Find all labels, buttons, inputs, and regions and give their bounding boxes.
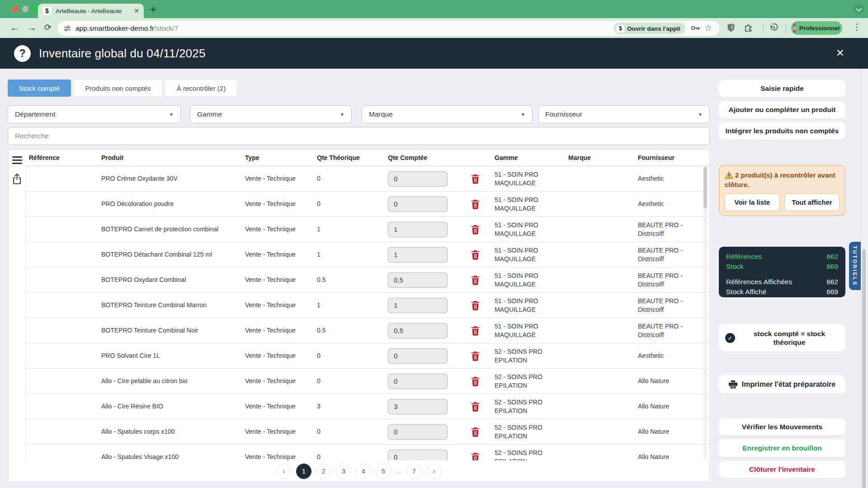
stat-references-affichees: Références Affichées662: [726, 277, 838, 287]
qte-comptee-input[interactable]: [388, 247, 448, 263]
pagination-page-7[interactable]: 7: [406, 464, 422, 479]
trash-icon[interactable]: [471, 199, 480, 209]
table-left-rail: [9, 150, 26, 482]
profile-button[interactable]: a Professionnel: [791, 21, 842, 35]
window-zoom-button[interactable]: [32, 6, 38, 12]
trash-icon[interactable]: [471, 300, 480, 310]
qte-comptee-input[interactable]: [388, 222, 448, 237]
cell-fournisseur: Allo Nature: [634, 427, 710, 436]
cell-qte-theorique: 0.5: [313, 326, 384, 335]
cell-gamme: 51 - SOIN PRO MAQUILLAGE: [491, 170, 565, 188]
qte-comptee-input[interactable]: [388, 424, 448, 440]
tab-close-icon[interactable]: ✕: [134, 7, 139, 14]
see-list-button[interactable]: Voir la liste: [725, 193, 780, 211]
table-row: BOTEPRO Teinture Combinal Marron Vente -…: [25, 293, 710, 318]
filter-departement[interactable]: Département▼: [8, 105, 181, 123]
tab-search-button[interactable]: [854, 4, 864, 14]
cell-type: Vente - Technique: [241, 250, 313, 259]
cell-gamme: 52 - SOINS PRO EPILATION: [491, 373, 565, 390]
qte-comptee-input[interactable]: [388, 374, 448, 389]
pagination-page-1[interactable]: 1: [296, 464, 311, 479]
column-qte-comptee: Qte Comptée: [384, 154, 459, 161]
table-body: PRO Crème Oxydante 30V Vente - Technique…: [25, 166, 710, 470]
qte-comptee-input[interactable]: [388, 272, 448, 288]
column-produit: Produit: [98, 154, 241, 161]
qte-comptee-input[interactable]: [388, 348, 448, 364]
pagination-page-2[interactable]: 2: [316, 464, 331, 479]
search-input[interactable]: [8, 127, 710, 145]
trash-icon[interactable]: [471, 351, 480, 361]
trash-icon[interactable]: [471, 402, 480, 412]
browser-tabstrip: $ ArteBeaute - ArteBeaute ✕ +: [0, 0, 868, 18]
qte-comptee-input[interactable]: [388, 197, 448, 212]
pagination-page-4[interactable]: 4: [356, 464, 371, 479]
recheck-warning-box: 2 produit(s) à recontrôler avant clôture…: [719, 165, 845, 216]
history-icon[interactable]: [769, 23, 778, 34]
verify-movements-button[interactable]: Vérifier les Mouvements: [719, 418, 845, 436]
pagination-prev-button[interactable]: ‹: [276, 464, 292, 479]
table-row: Allo - Spatules corps x100 Vente - Techn…: [25, 419, 710, 445]
quick-entry-button[interactable]: Saisie rapide: [719, 80, 845, 97]
print-preparatory-button[interactable]: Imprimer l'état préparatoire: [719, 375, 845, 394]
forward-button[interactable]: →: [27, 22, 37, 33]
export-icon[interactable]: [12, 173, 22, 187]
table-scrollbar-thumb[interactable]: [703, 167, 707, 208]
trash-icon[interactable]: [471, 174, 480, 184]
qte-comptee-input[interactable]: [388, 298, 448, 313]
reload-button[interactable]: ⟳: [44, 22, 52, 33]
toolbar-separator: [786, 23, 786, 33]
table-row: PRO Crème Oxydante 30V Vente - Technique…: [25, 166, 710, 192]
browser-menu-icon[interactable]: ⋮: [853, 22, 861, 32]
pagination-page-5[interactable]: 5: [376, 464, 391, 479]
back-button[interactable]: ←: [10, 22, 19, 33]
qte-comptee-input[interactable]: [388, 323, 448, 338]
tab-a-recontroler[interactable]: À recontrôler (2): [165, 80, 237, 97]
window-minimize-button[interactable]: [22, 6, 28, 12]
close-inventory-button[interactable]: Clôturer l'inventaire: [719, 461, 845, 478]
trash-icon[interactable]: [471, 427, 480, 437]
warning-icon: [725, 171, 735, 179]
trash-icon[interactable]: [471, 275, 480, 285]
cell-produit: BOTEPRO Teinture Combinal Marron: [98, 301, 241, 310]
qte-comptee-input[interactable]: [388, 399, 448, 414]
trash-icon[interactable]: [471, 225, 480, 235]
help-icon[interactable]: ?: [14, 45, 31, 62]
tab-stock-compte[interactable]: Stock compté: [8, 80, 71, 97]
tutorials-tab[interactable]: TUTORIELS: [849, 242, 861, 290]
new-tab-button[interactable]: +: [150, 3, 156, 16]
cell-type: Vente - Technique: [241, 174, 313, 183]
tab-produits-non-comptes[interactable]: Produits non comptés: [74, 80, 162, 97]
add-product-button[interactable]: Ajouter ou compléter un produit: [719, 101, 845, 118]
cell-delete: [459, 225, 491, 235]
cell-fournisseur: Aesthetic: [634, 200, 710, 208]
bookmark-star-icon[interactable]: ☆: [704, 23, 712, 33]
cell-produit: Allo - Cire Résine BIO: [98, 402, 241, 411]
open-in-app-chip[interactable]: $ Ouvrir dans l'appli: [614, 23, 685, 34]
integrate-uncounted-button[interactable]: Intégrer les produits non comptés: [719, 122, 845, 140]
extensions-puzzle-icon[interactable]: [744, 23, 753, 33]
pagination-page-3[interactable]: 3: [336, 464, 351, 479]
close-icon[interactable]: ✕: [836, 47, 844, 59]
page-scrollbar[interactable]: [861, 69, 866, 488]
table-row: PRO Décoloration poudre Vente - Techniqu…: [25, 192, 710, 217]
qte-comptee-input[interactable]: [388, 171, 448, 187]
filter-marque[interactable]: Marque▼: [362, 105, 533, 123]
filter-departement-label: Département: [15, 110, 56, 118]
trash-icon[interactable]: [471, 326, 480, 336]
window-close-button[interactable]: [12, 6, 19, 12]
table-scrollbar[interactable]: [703, 167, 707, 459]
pagination-next-button[interactable]: ›: [426, 464, 442, 479]
site-settings-icon[interactable]: [64, 25, 71, 32]
filter-fournisseur[interactable]: Fournisseur▼: [538, 105, 710, 123]
page-scrollbar-thumb[interactable]: [862, 249, 866, 488]
trash-icon[interactable]: [471, 376, 480, 386]
filter-gamme[interactable]: Gamme▼: [190, 105, 352, 123]
trash-icon[interactable]: [471, 250, 480, 260]
shield-extension-icon[interactable]: [727, 23, 735, 34]
save-draft-button[interactable]: Enregistrer en brouillon: [719, 439, 845, 457]
key-icon[interactable]: [691, 24, 701, 33]
browser-tab[interactable]: $ ArteBeaute - ArteBeaute ✕: [38, 4, 144, 18]
open-in-app-label: Ouvrir dans l'appli: [627, 25, 680, 32]
show-all-button[interactable]: Tout afficher: [784, 193, 840, 211]
hamburger-menu-icon[interactable]: [12, 156, 22, 166]
